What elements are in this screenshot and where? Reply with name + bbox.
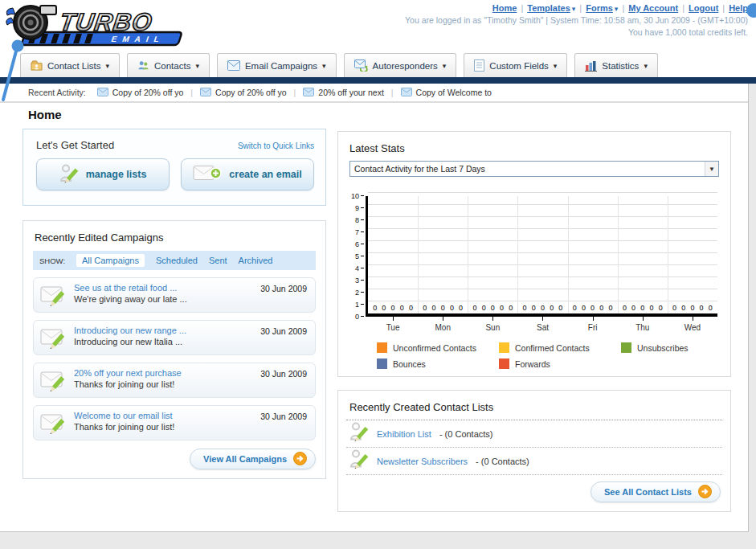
value-label-group: 00000 (418, 304, 468, 312)
activity-separator: | (190, 88, 193, 97)
campaign-row: Introducing our new range ...Introducing… (33, 320, 316, 355)
divider-bar (0, 77, 756, 84)
get-started-panel: Let's Get Started Switch to Quick Links (22, 129, 326, 206)
app-window: EMAIL TURBO Home|Templates▾|Forms▾|My Ac… (0, 0, 756, 549)
value-label: 0 (482, 304, 486, 312)
value-label: 0 (409, 304, 413, 312)
legend-swatch (499, 342, 509, 353)
recent-activity-item[interactable]: Copy of 20% off yo (200, 88, 287, 98)
manage-lists-button[interactable]: manage lists (36, 158, 170, 191)
campaigns-title: Recently Edited Campaigns (23, 221, 325, 244)
tab-contact-lists[interactable]: Contact Lists▾ (20, 53, 120, 77)
nav-link-my-account[interactable]: My Account (628, 3, 678, 13)
filter-sent[interactable]: Sent (209, 256, 227, 265)
y-axis-label: 5 (355, 252, 359, 260)
person-pencil-icon (349, 449, 369, 473)
envelope-pencil-icon (40, 285, 67, 310)
recent-activity-item[interactable]: Copy of Welcome to (401, 88, 492, 98)
y-axis-label: 0 (355, 313, 359, 321)
contact-list-link[interactable]: Exhibition List (377, 429, 431, 439)
value-label: 0 (690, 304, 694, 312)
tab-contacts[interactable]: Contacts▾ (127, 53, 210, 77)
statistics-icon (585, 60, 597, 72)
arrow-circle-icon (698, 485, 712, 500)
value-label: 0 (550, 304, 554, 312)
x-axis-tick (542, 317, 543, 321)
recent-activity-item[interactable]: Copy of 20% off yo (97, 88, 184, 98)
contact-list-link[interactable]: Newsletter Subscribers (377, 457, 468, 466)
y-axis-label: 7 (355, 228, 359, 236)
value-label: 0 (649, 304, 653, 312)
value-label: 0 (509, 304, 513, 312)
create-email-button[interactable]: create an email (181, 158, 314, 191)
nav-link-logout[interactable]: Logout (689, 3, 718, 13)
y-axis-tick (361, 244, 364, 244)
grid-separator (468, 196, 468, 313)
value-label-group: 00000 (368, 304, 418, 312)
person-pencil-icon (349, 421, 369, 446)
campaign-row: 20% off your next purchaseThanks for joi… (33, 363, 316, 398)
campaigns-panel: Recently Edited Campaigns SHOW: All Camp… (22, 220, 326, 479)
y-axis-tick (361, 316, 364, 317)
chart-xlabels: TueMonSunSatFriThuWed (368, 317, 717, 332)
recent-activity-item-label: Copy of 20% off yo (112, 88, 184, 97)
y-axis-tick (361, 231, 364, 232)
recent-activity-bar: Recent Activity: Copy of 20% off yo|Copy… (0, 84, 748, 103)
stats-period-select[interactable]: Contact Activity for the Last 7 Days ▼ (349, 161, 719, 177)
nav-link-forms[interactable]: Forms (586, 3, 613, 13)
view-all-campaigns-button[interactable]: View All Campaigns (190, 449, 316, 469)
tab-email-campaigns[interactable]: Email Campaigns▾ (217, 53, 337, 77)
x-axis-label-text: Sat (537, 323, 549, 332)
tab-label: Autoresponders (373, 61, 438, 71)
nav-link-templates[interactable]: Templates (527, 3, 570, 13)
x-axis-label-text: Wed (684, 323, 701, 332)
filter-archived[interactable]: Archived (239, 256, 273, 265)
recent-activity-label: Recent Activity: (28, 88, 86, 97)
gridline (368, 192, 717, 193)
switch-quick-links-link[interactable]: Switch to Quick Links (238, 141, 314, 150)
email-campaigns-icon (227, 60, 240, 71)
campaign-subtitle: Thanks for joining our list! (74, 379, 315, 389)
chevron-down-icon: ▾ (644, 62, 648, 70)
y-axis-label: 3 (355, 277, 359, 285)
gridline (368, 289, 717, 289)
contact-list-row: Newsletter Subscribers- (0 Contacts) (346, 448, 722, 475)
contact-lists-list: Exhibition List- (0 Contacts)Newsletter … (338, 420, 730, 475)
chevron-down-icon: ▼ (705, 162, 718, 176)
recent-activity-item[interactable]: 20% off your next (303, 88, 384, 98)
value-label: 0 (472, 304, 476, 312)
y-axis-tick (361, 292, 364, 293)
value-label: 0 (709, 304, 713, 312)
contact-list-row: Exhibition List- (0 Contacts) (346, 420, 722, 448)
value-label: 0 (391, 304, 395, 312)
contact-lists-title: Recently Created Contact Lists (346, 391, 722, 420)
y-axis-tick (361, 256, 364, 256)
y-axis-tick (361, 219, 364, 220)
recent-activity-items: Copy of 20% off yo|Copy of 20% off yo|20… (97, 88, 492, 98)
contact-lists-panel: Recently Created Contact Lists Exhibitio… (337, 390, 731, 512)
chevron-down-icon: ▾ (322, 62, 326, 70)
value-labels-row: 00000000000000000000000000000000000 (368, 304, 717, 312)
legend-swatch (377, 358, 387, 369)
campaign-row: Welcome to our email listThanks for join… (33, 405, 316, 440)
campaigns-filter-bar: SHOW: All CampaignsScheduledSentArchived (33, 251, 316, 270)
x-axis-label-text: Mon (435, 323, 450, 332)
nav-separator: | (579, 3, 582, 13)
value-label: 0 (423, 304, 427, 312)
filter-scheduled[interactable]: Scheduled (156, 256, 198, 265)
show-label: SHOW: (39, 256, 65, 265)
nav-link-home[interactable]: Home (492, 3, 517, 13)
y-axis-tick (361, 268, 364, 268)
x-axis-label-text: Sun (485, 323, 500, 332)
turbo-email-logo: EMAIL TURBO (5, 2, 206, 51)
view-all-campaigns-label: View All Campaigns (203, 454, 287, 464)
legend-label: Unconfirmed Contacts (393, 343, 476, 353)
see-all-contact-lists-button[interactable]: See All Contact Lists (590, 481, 721, 502)
tab-autoresponders[interactable]: Autoresponders▾ (344, 53, 457, 77)
campaign-row: See us at the retail food ...We're givin… (33, 277, 316, 313)
nav-link-help[interactable]: Help (729, 3, 748, 13)
filter-all-campaigns[interactable]: All Campaigns (76, 254, 145, 267)
tab-custom-fields[interactable]: Custom Fields▾ (464, 53, 567, 77)
tab-statistics[interactable]: Statistics▾ (574, 53, 658, 77)
campaigns-list: See us at the retail food ...We're givin… (23, 277, 325, 440)
